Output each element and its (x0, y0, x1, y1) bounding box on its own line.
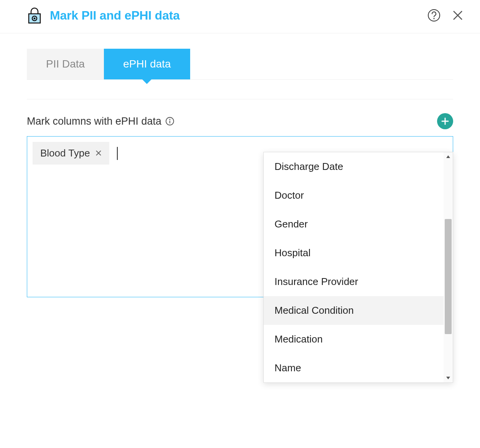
dropdown-item-label: Gender (275, 218, 308, 230)
scroll-thumb[interactable] (445, 219, 452, 334)
svg-marker-14 (446, 155, 450, 158)
columns-dropdown: Discharge Date Doctor Gender Hospital In… (263, 152, 453, 383)
tab-label: ePHI data (123, 58, 171, 70)
tab-label: PII Data (46, 58, 85, 70)
dropdown-item-label: Insurance Provider (275, 276, 358, 287)
dropdown-scrollbar[interactable] (444, 152, 453, 382)
dropdown-item[interactable]: Name (264, 354, 453, 382)
chip-label: Blood Type (40, 147, 90, 159)
scroll-up-icon[interactable] (446, 152, 450, 161)
dropdown-item[interactable]: Gender (264, 210, 453, 239)
dropdown-item[interactable]: Medication (264, 325, 453, 354)
tab-ephi-data[interactable]: ePHI data (104, 49, 190, 79)
dropdown-item-label: Medical Condition (275, 305, 354, 316)
field-label-row: Mark columns with ePHI data (27, 113, 453, 129)
dropdown-item[interactable]: Discharge Date (264, 152, 453, 181)
dropdown-item-label: Medication (275, 333, 323, 345)
dropdown-list: Discharge Date Doctor Gender Hospital In… (264, 152, 453, 382)
header-right (427, 8, 465, 22)
help-icon[interactable] (427, 8, 441, 22)
chip-blood-type[interactable]: Blood Type (33, 142, 109, 165)
lock-icon (27, 7, 42, 24)
svg-point-3 (428, 10, 440, 21)
dropdown-item-label: Doctor (275, 189, 304, 201)
dropdown-item-label: Hospital (275, 247, 311, 259)
dialog-content: PII Data ePHI data Mark columns with ePH… (0, 33, 480, 297)
info-icon[interactable] (165, 117, 174, 126)
add-button[interactable] (437, 113, 453, 129)
dialog-title: Mark PII and ePHI data (50, 8, 180, 23)
header-left: Mark PII and ePHI data (27, 7, 427, 24)
dropdown-item[interactable]: Hospital (264, 239, 453, 267)
close-icon[interactable] (451, 8, 465, 22)
dialog-header: Mark PII and ePHI data (0, 0, 480, 33)
scroll-down-icon[interactable] (446, 373, 450, 382)
dropdown-item[interactable]: Insurance Provider (264, 267, 453, 296)
dropdown-item[interactable]: Doctor (264, 181, 453, 210)
dropdown-item-label: Name (275, 362, 301, 374)
field-label: Mark columns with ePHI data (27, 115, 161, 127)
scroll-track[interactable] (444, 161, 453, 373)
svg-point-2 (34, 18, 36, 20)
chip-remove-icon[interactable] (95, 148, 102, 158)
section-divider (27, 99, 453, 99)
tab-pii-data[interactable]: PII Data (27, 49, 104, 79)
text-cursor (117, 147, 118, 160)
columns-tag-input[interactable]: Blood Type Discharge Date Doctor Gender … (27, 136, 453, 297)
svg-marker-15 (446, 377, 450, 379)
tabs: PII Data ePHI data (27, 49, 453, 80)
dropdown-item[interactable]: Medical Condition (264, 296, 453, 325)
svg-point-8 (169, 119, 171, 120)
svg-point-4 (433, 18, 434, 19)
dropdown-item-label: Discharge Date (275, 161, 343, 172)
svg-rect-9 (169, 121, 170, 124)
